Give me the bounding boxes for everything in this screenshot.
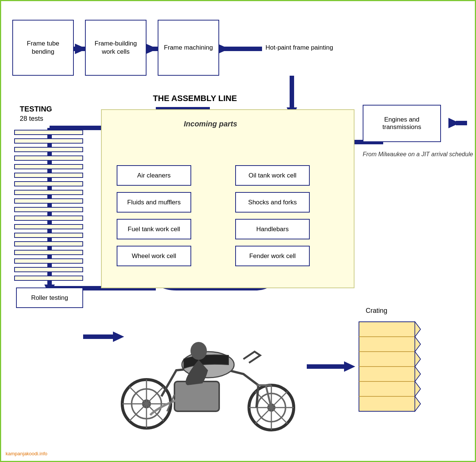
svg-point-56 — [190, 342, 207, 360]
wheel-work-box: Wheel work cell — [117, 246, 191, 266]
air-cleaners-box: Air cleaners — [117, 165, 191, 186]
incoming-parts-label: Incoming parts — [184, 120, 237, 128]
crating-visual — [352, 318, 437, 422]
crating-label: Crating — [366, 307, 387, 315]
fuel-tank-box: Fuel tank work cell — [117, 219, 191, 239]
svg-rect-52 — [174, 381, 219, 411]
diagram-container: Frame tube bending Frame-building work c… — [1, 1, 475, 461]
motorcycle-visual — [102, 311, 318, 434]
watermark: kampanjakoodi.info — [6, 451, 47, 456]
frame-building-box: Frame-building work cells — [85, 20, 146, 76]
shocks-forks-box: Shocks and forks — [235, 192, 310, 213]
fluids-mufflers-box: Fluids and mufflers — [117, 192, 191, 213]
frame-machining-box: Frame machining — [158, 20, 219, 76]
testing-count: 28 tests — [20, 115, 43, 123]
handlebars-box: Handlebars — [235, 219, 310, 239]
frame-tube-bending-box: Frame tube bending — [12, 20, 74, 76]
svg-marker-4 — [146, 44, 158, 54]
oil-tank-box: Oil tank work cell — [235, 165, 310, 186]
testing-label: TESTING — [20, 105, 52, 113]
roller-testing-box: Roller testing — [16, 287, 83, 308]
hot-paint-box: Hot-paint frame painting — [262, 20, 337, 76]
milwaukee-text: From Milwaukee on a JIT arrival schedule — [363, 150, 473, 158]
svg-marker-37 — [415, 322, 420, 411]
svg-marker-9 — [448, 118, 460, 128]
assembly-line-label: THE ASSEMBLY LINE — [120, 94, 269, 103]
fender-work-box: Fender work cell — [235, 246, 310, 266]
engines-transmissions-box: Engines and transmissions — [363, 105, 441, 142]
